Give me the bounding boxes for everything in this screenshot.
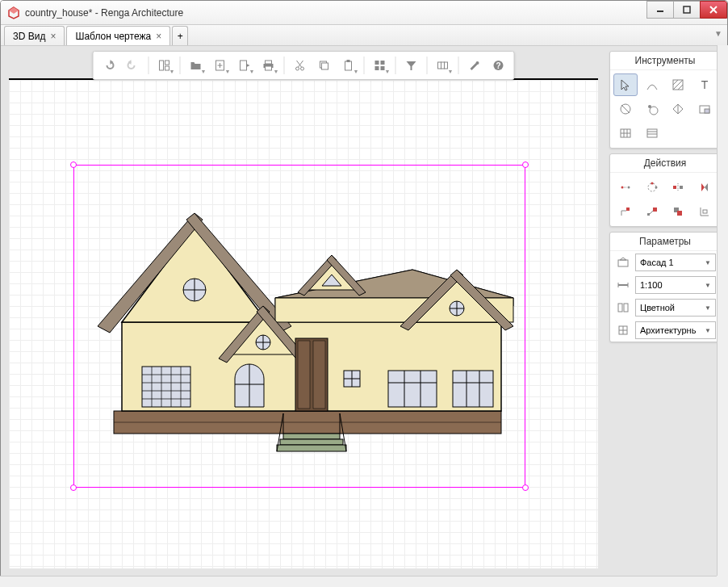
svg-point-19 [296,67,299,70]
action-copy-prop[interactable] [666,200,690,223]
svg-rect-90 [388,371,437,407]
param-style-select[interactable]: Цветной▼ [635,299,716,317]
maximize-button[interactable] [673,1,701,19]
svg-line-100 [673,80,678,85]
tool-axis[interactable] [666,98,690,120]
cut-button[interactable] [288,55,312,76]
svg-marker-1 [9,7,19,14]
insert-button[interactable]: ▼ [208,55,232,76]
svg-rect-124 [673,186,676,189]
svg-marker-98 [621,80,629,90]
tab-close-icon[interactable]: × [50,31,56,42]
param-scale-select[interactable]: 1:100▼ [635,276,716,294]
svg-rect-3 [684,6,690,13]
settings-button[interactable] [462,55,487,76]
window-title: country_house* - Renga Architecture [25,7,647,19]
undo-button[interactable] [97,55,121,76]
action-scale-up[interactable] [640,200,664,223]
svg-rect-40 [283,434,340,439]
svg-rect-28 [381,61,385,65]
tool-dimension[interactable] [613,98,638,120]
svg-rect-125 [680,186,683,189]
svg-marker-136 [620,258,626,260]
selection-frame[interactable] [73,165,525,488]
tool-text[interactable]: T [692,73,717,96]
param-arch-select[interactable]: Архитектурнь▼ [635,321,716,339]
scrollbar-corner [717,576,728,587]
tool-select[interactable] [613,73,638,96]
svg-rect-141 [624,304,628,312]
svg-rect-25 [345,61,352,70]
object-browser-button[interactable]: ▼ [153,55,177,76]
svg-rect-94 [453,371,493,407]
svg-text:T: T [701,78,708,91]
tool-table[interactable] [613,122,638,145]
scrollbar-vertical[interactable] [717,45,728,576]
tools-panel: Инструменты T [609,51,721,149]
app-icon [7,6,20,19]
svg-point-123 [655,187,657,189]
print-button[interactable]: ▼ [257,55,281,76]
svg-rect-16 [266,61,272,64]
tab-drawing-template[interactable]: Шаблон чертежа × [66,26,170,45]
scale-icon [614,276,632,294]
svg-rect-140 [618,304,622,312]
action-rotate[interactable] [640,176,664,199]
svg-rect-14 [241,61,247,70]
tab-close-icon[interactable]: × [156,31,161,42]
close-button[interactable] [700,1,727,19]
tool-hatch[interactable] [666,73,690,96]
export-button[interactable]: ▼ [232,55,257,76]
open-button[interactable]: ▼ [184,55,208,76]
svg-marker-15 [247,64,250,67]
minimize-button[interactable] [646,1,674,19]
svg-rect-41 [280,439,343,445]
param-arch: Архитектурнь▼ [610,319,720,342]
svg-point-107 [648,105,651,108]
action-mirror-v[interactable] [692,176,717,199]
action-mirror[interactable] [666,176,690,199]
tool-spec-table[interactable] [640,122,664,145]
svg-rect-75 [313,341,325,409]
canvas-area[interactable]: ▼ ▼ ▼ ▼ ▼ ▼ ▼ ▼ ? [1,46,606,577]
svg-rect-131 [653,208,657,212]
tab-3d-view[interactable]: 3D Вид × [4,26,65,45]
visual-style-button[interactable]: ▼ [431,55,455,76]
svg-point-122 [651,182,653,185]
tool-dimension-angular[interactable] [640,98,664,120]
svg-rect-42 [277,445,346,451]
svg-rect-9 [165,61,169,65]
action-align[interactable] [692,200,717,223]
view-icon [614,254,632,271]
tab-label: Шаблон чертежа [75,31,151,42]
action-move[interactable] [613,176,638,199]
action-scale-down[interactable] [613,200,638,223]
panel-title: Инструменты [610,52,720,70]
scrollbar-horizontal[interactable] [0,576,717,587]
help-button[interactable]: ? [487,55,511,76]
panel-title: Действия [610,154,720,173]
views-button[interactable]: ▼ [368,55,392,76]
param-view-select[interactable]: Фасад 1▼ [635,254,716,271]
tool-line[interactable] [640,73,664,96]
tab-overflow-icon[interactable]: ▼ [714,29,722,38]
tab-label: 3D Вид [13,31,45,42]
filter-button[interactable] [400,55,424,76]
tool-title-block[interactable] [692,98,717,120]
arch-icon [614,321,632,339]
style-icon [614,299,632,317]
svg-rect-130 [647,213,650,216]
svg-point-35 [476,61,479,65]
svg-rect-133 [677,211,682,216]
param-view: Фасад 1▼ [610,251,720,274]
paste-button[interactable]: ▼ [337,55,361,76]
main-toolbar: ▼ ▼ ▼ ▼ ▼ ▼ ▼ ▼ ? [93,51,515,80]
svg-marker-31 [407,61,416,70]
svg-line-101 [673,80,683,90]
tab-bar: 3D Вид × Шаблон чертежа × + ▼ [1,25,727,46]
tab-add-button[interactable]: + [172,26,188,45]
svg-rect-24 [322,63,328,69]
params-panel: Параметры Фасад 1▼ 1:100▼ Цветной▼ Архит… [609,232,721,342]
copy-button[interactable] [312,55,337,76]
redo-button[interactable] [121,55,145,76]
